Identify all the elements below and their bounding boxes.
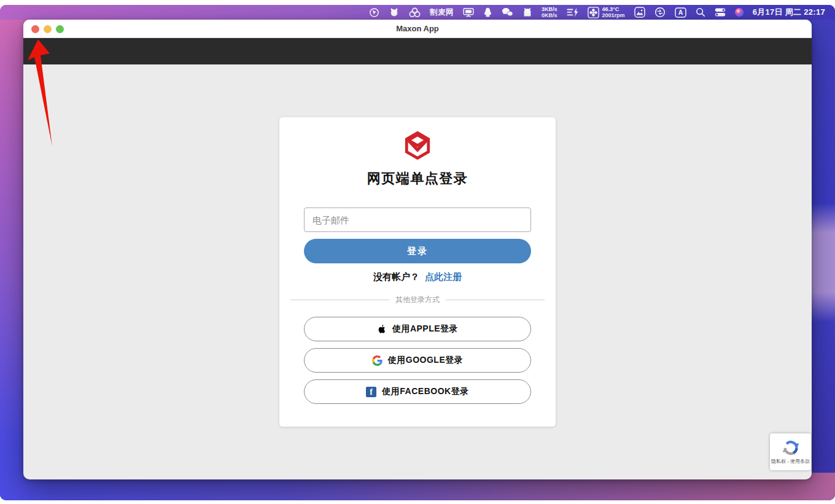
minimize-button[interactable] [44,25,52,33]
page-content: 网页端单点登录 登录 没有帐户？点此注册 其他登录方式 使用APPLE登录 [23,64,812,479]
window-titlebar[interactable]: Maxon App [23,20,812,38]
apple-login-button[interactable]: 使用APPLE登录 [304,317,531,341]
rings-icon[interactable] [409,5,421,20]
other-methods-divider: 其他登录方式 [290,295,545,305]
net-up-label: 3KB/s [542,6,557,12]
svg-text:A: A [678,9,683,16]
window-title: Maxon App [396,24,439,33]
recaptcha-badge[interactable]: 隐私权 - 使用条款 [770,433,811,470]
menu-bar: 割麦网 3KB/s0KB/s 46.3°C2001rpm A [0,5,835,20]
fan-speed-label: 2001rpm [602,12,625,18]
recaptcha-privacy-terms[interactable]: 隐私权 - 使用条款 [771,458,810,465]
window-controls [31,25,64,33]
login-button[interactable]: 登录 [304,239,531,263]
screen-pointer-icon[interactable] [369,5,379,20]
display-icon[interactable] [463,5,474,20]
photos-icon[interactable] [634,5,645,20]
gemai-menu-item[interactable]: 割麦网 [430,5,454,20]
control-center-icon[interactable] [715,5,726,20]
email-input[interactable] [304,207,531,232]
divider-label: 其他登录方式 [395,295,440,305]
dark-toolbar [23,38,812,64]
divider-line-left [290,300,389,300]
signup-row: 没有帐户？点此注册 [279,271,556,283]
network-speed-item[interactable]: 3KB/s0KB/s [542,5,557,20]
facebook-login-label: 使用FACEBOOK登录 [382,386,468,397]
menubar-clock[interactable]: 6月17日 周二 22:17 [753,5,825,20]
bull-icon[interactable] [389,5,400,20]
facebook-icon: f [366,387,376,397]
fan-icon [588,7,599,18]
login-card: 网页端单点登录 登录 没有帐户？点此注册 其他登录方式 使用APPLE登录 [279,117,556,427]
desktop-screen: 割麦网 3KB/s0KB/s 46.3°C2001rpm A [0,5,835,500]
recaptcha-icon [782,440,800,456]
wechat-icon[interactable] [502,5,513,20]
sync-icon[interactable] [654,5,666,20]
google-login-label: 使用GOOGLE登录 [388,355,463,366]
login-heading: 网页端单点登录 [279,169,556,188]
apple-login-label: 使用APPLE登录 [392,324,458,335]
zoom-button[interactable] [56,25,64,33]
maxon-logo-icon [403,131,432,162]
search-icon[interactable] [696,5,705,20]
qq-icon[interactable] [483,5,492,20]
register-link[interactable]: 点此注册 [425,271,462,282]
temperature-label: 46.3°C [602,6,625,12]
maxon-app-window: Maxon App 网页端单点登录 登录 没有帐户？点此注册 [23,20,812,479]
siri-icon[interactable] [735,5,744,20]
tasks-lightning-icon[interactable] [567,5,578,20]
facebook-login-button[interactable]: f 使用FACEBOOK登录 [304,379,531,404]
cat-icon[interactable] [522,5,532,20]
apple-icon [377,324,387,335]
net-down-label: 0KB/s [542,12,557,18]
google-icon [372,355,383,366]
close-button[interactable] [31,25,39,33]
input-source-box[interactable]: A [675,5,686,20]
google-login-button[interactable]: 使用GOOGLE登录 [304,348,531,373]
no-account-text: 没有帐户？ [373,271,419,282]
fan-temperature-item[interactable]: 46.3°C2001rpm [588,5,625,20]
divider-line-right [446,300,545,300]
